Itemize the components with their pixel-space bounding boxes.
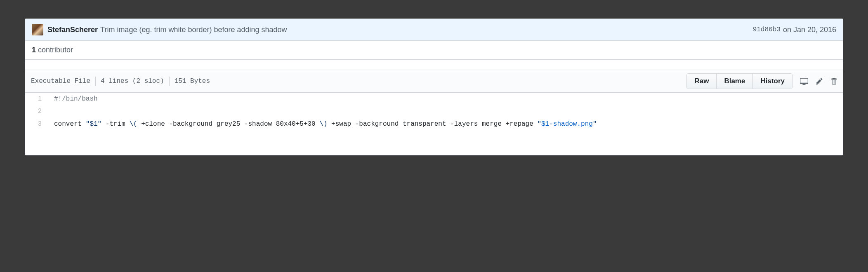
avatar[interactable] (32, 24, 43, 35)
code-line: 3convert "$1" -trim \( +clone -backgroun… (25, 118, 843, 130)
commit-hash[interactable]: 91d86b3 (753, 26, 781, 33)
line-number[interactable]: 1 (25, 93, 50, 105)
commit-message[interactable]: Trim image (eg. trim white border) befor… (100, 26, 753, 34)
commit-date: on Jan 20, 2016 (783, 26, 836, 34)
line-content[interactable]: #!/bin/bash (50, 93, 843, 105)
file-info: Executable File 4 lines (2 sloc) 151 Byt… (31, 77, 215, 86)
commit-author[interactable]: StefanScherer (47, 26, 98, 34)
code-area: 1#!/bin/bash23convert "$1" -trim \( +clo… (25, 93, 843, 155)
code-line: 2 (25, 105, 843, 117)
code-table: 1#!/bin/bash23convert "$1" -trim \( +clo… (25, 93, 843, 130)
line-content[interactable]: convert "$1" -trim \( +clone -background… (50, 118, 843, 130)
raw-button[interactable]: Raw (687, 74, 717, 89)
toolbar-right: Raw Blame History (686, 73, 837, 89)
file-toolbar: Executable File 4 lines (2 sloc) 151 Byt… (25, 70, 843, 93)
contributor-count: 1 (32, 46, 36, 54)
line-number[interactable]: 2 (25, 105, 50, 117)
pencil-icon[interactable] (816, 77, 823, 85)
file-lines: 4 lines (2 sloc) (96, 77, 169, 85)
file-size: 151 Bytes (170, 77, 215, 85)
contributors-bar: 1 contributor (25, 41, 843, 60)
line-content[interactable] (50, 105, 843, 117)
line-number[interactable]: 3 (25, 118, 50, 130)
commit-header: StefanScherer Trim image (eg. trim white… (25, 19, 843, 41)
spacer (25, 60, 843, 70)
contributor-label: contributor (38, 46, 73, 54)
desktop-icon[interactable] (800, 77, 808, 85)
file-mode: Executable File (31, 77, 95, 85)
code-line: 1#!/bin/bash (25, 93, 843, 105)
file-container: StefanScherer Trim image (eg. trim white… (25, 19, 843, 155)
history-button[interactable]: History (753, 74, 792, 89)
trash-icon[interactable] (830, 77, 837, 85)
blame-button[interactable]: Blame (717, 74, 753, 89)
button-group: Raw Blame History (686, 73, 793, 89)
